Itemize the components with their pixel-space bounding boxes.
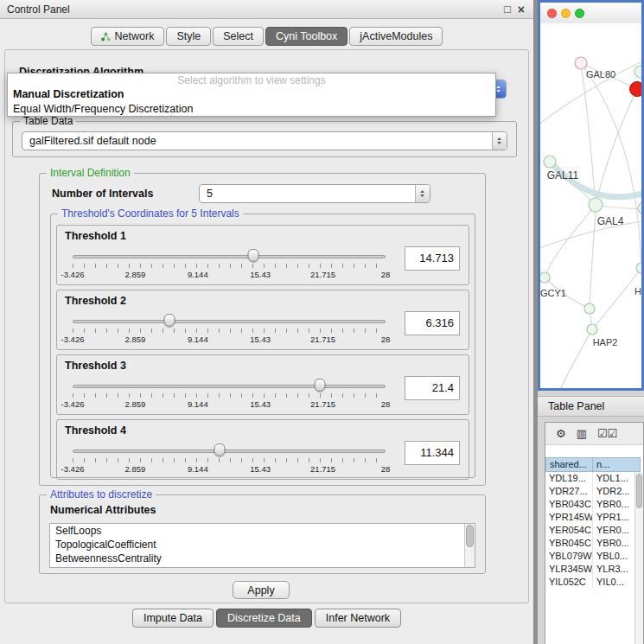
table-row[interactable]: YBR043CYBR0... <box>545 498 643 511</box>
threshold-value-field[interactable]: 6.316 <box>405 311 460 335</box>
combo-stepper-icon[interactable]: ▴▾ <box>415 185 430 202</box>
number-of-intervals-combo[interactable]: 5 ▴▾ <box>199 184 430 203</box>
network-edge[interactable] <box>558 329 592 388</box>
slider-thumb-icon[interactable] <box>314 379 325 392</box>
float-window-icon[interactable]: □ <box>504 3 511 15</box>
gear-icon[interactable]: ⚙ <box>556 428 566 439</box>
threshold-slider[interactable]: -3.4262.8599.14415.4321.71528 <box>73 246 386 283</box>
tab-style[interactable]: Style <box>166 27 211 46</box>
table-cell[interactable]: YDR27... <box>545 485 593 498</box>
table-row[interactable]: YBL079WYBL0... <box>545 550 643 563</box>
tab-cyni-toolbox[interactable]: Cyni Toolbox <box>265 27 348 46</box>
tab-jactivemodules[interactable]: jActiveModules <box>349 27 443 46</box>
network-edge[interactable] <box>590 205 596 309</box>
table-cell[interactable]: YER054C <box>545 524 593 537</box>
network-edge[interactable] <box>550 162 596 205</box>
network-edge[interactable] <box>540 220 641 250</box>
column-header[interactable]: n... <box>593 457 641 472</box>
network-node[interactable] <box>630 82 642 97</box>
combo-stepper-icon[interactable]: ▴▾ <box>492 132 507 150</box>
slider-track[interactable] <box>73 255 386 258</box>
table-scrollbar[interactable] <box>634 472 643 644</box>
network-node[interactable] <box>638 202 641 214</box>
table-cell[interactable]: YBR045C <box>545 537 593 550</box>
slider-thumb-icon[interactable] <box>247 249 258 262</box>
table-cell[interactable]: YBR0... <box>593 498 641 511</box>
numerical-attributes-list[interactable]: SelfLoopsTopologicalCoefficientBetweenne… <box>49 523 475 568</box>
control-panel-titlebar[interactable]: Control Panel □ × <box>0 0 533 19</box>
minimize-traffic-light-icon[interactable] <box>561 9 571 18</box>
threshold-slider[interactable]: -3.4262.8599.14415.4321.71528 <box>73 441 386 477</box>
tick-label: 9.144 <box>188 399 208 409</box>
threshold-slider[interactable]: -3.4262.8599.14415.4321.71528 <box>73 311 386 348</box>
table-cell[interactable]: YBR043C <box>545 498 593 511</box>
table-cell[interactable]: YIL052C <box>545 576 593 589</box>
slider-track[interactable] <box>73 320 386 323</box>
table-cell[interactable]: YBR0... <box>593 537 641 550</box>
network-canvas[interactable]: GAL80GAL11GAL4GCY1HAP2H <box>540 23 641 388</box>
attribute-item[interactable]: SelfLoops <box>50 524 475 538</box>
threshold-value-field[interactable]: 11.344 <box>405 441 460 465</box>
columns-icon[interactable]: ▥ <box>577 428 587 439</box>
table-cell[interactable]: YDL19... <box>545 472 593 485</box>
table-row[interactable]: YBR045CYBR0... <box>545 537 643 550</box>
table-scrollbar-thumb[interactable] <box>636 474 642 508</box>
threshold-value-field[interactable]: 21.4 <box>405 376 460 400</box>
table-row[interactable]: YIL052CYIL0... <box>545 576 643 589</box>
network-node[interactable] <box>587 324 597 335</box>
network-window-titlebar[interactable] <box>540 3 641 23</box>
column-header[interactable]: shared... <box>545 457 593 472</box>
network-node[interactable] <box>584 303 595 314</box>
threshold-slider[interactable]: -3.4262.8599.14415.4321.71528 <box>73 376 386 412</box>
close-icon[interactable]: × <box>518 3 525 16</box>
table-cell[interactable]: YBL079W <box>545 550 593 563</box>
network-node[interactable] <box>589 198 603 212</box>
slider-thumb-icon[interactable] <box>214 443 226 456</box>
list-scrollbar[interactable] <box>464 524 475 567</box>
network-edge[interactable] <box>592 268 641 329</box>
zoom-traffic-light-icon[interactable] <box>575 9 584 18</box>
tab-impute-data[interactable]: Impute Data <box>132 609 214 628</box>
close-traffic-light-icon[interactable] <box>547 9 557 18</box>
list-scrollbar-thumb[interactable] <box>466 525 474 547</box>
algorithm-option-equal-width-frequency[interactable]: Equal Width/Frequency Discretization <box>8 102 495 117</box>
network-node[interactable] <box>636 263 641 273</box>
table-row[interactable]: YPR145WYPR1... <box>545 511 643 524</box>
network-node[interactable] <box>540 272 550 283</box>
table-row[interactable]: YDR27...YDR2... <box>545 485 643 498</box>
network-edge[interactable] <box>581 63 596 205</box>
table-row[interactable]: YER054CYER0... <box>545 524 643 537</box>
table-cell[interactable]: YIL0... <box>593 576 641 589</box>
network-edge[interactable] <box>545 205 596 277</box>
slider-track[interactable] <box>73 450 386 453</box>
table-cell[interactable]: YLR3... <box>593 563 641 576</box>
slider-thumb-icon[interactable] <box>164 314 175 327</box>
tab-network[interactable]: Network <box>91 27 165 46</box>
table-panel-header[interactable]: Table Panel <box>538 396 644 417</box>
algorithm-prompt-item[interactable]: Select algorithm to view settings <box>8 73 495 87</box>
attribute-item[interactable]: BetweennessCentrality <box>50 552 475 565</box>
network-node[interactable] <box>544 156 556 168</box>
slider-track[interactable] <box>73 385 386 388</box>
network-node[interactable] <box>575 57 587 69</box>
table-row[interactable]: YLR345WYLR3... <box>545 563 643 576</box>
tab-infer-network[interactable]: Infer Network <box>315 609 401 628</box>
threshold-value-field[interactable]: 14.713 <box>405 246 460 271</box>
table-cell[interactable]: YDR2... <box>593 485 641 498</box>
table-data-combo[interactable]: galFiltered.sif default node ▴▾ <box>22 131 507 150</box>
attribute-item[interactable]: TopologicalCoefficient <box>50 538 475 552</box>
tab-select[interactable]: Select <box>213 27 264 46</box>
apply-button[interactable]: Apply <box>233 581 290 599</box>
table-cell[interactable]: YLR345W <box>545 563 593 576</box>
table-cell[interactable]: YBL0... <box>593 550 641 563</box>
select-columns-icon[interactable]: ☑☑ <box>597 428 617 439</box>
table-row[interactable]: YDL19...YDL1... <box>545 472 643 485</box>
table-cell[interactable]: YER0... <box>593 524 641 537</box>
table-cell[interactable]: YPR145W <box>545 511 593 524</box>
table-cell[interactable]: YPR1... <box>593 511 641 524</box>
network-edge[interactable] <box>596 89 637 205</box>
network-node[interactable] <box>634 66 641 78</box>
tab-discretize-data[interactable]: Discretize Data <box>216 609 312 628</box>
algorithm-option-manual-discretization[interactable]: Manual Discretization <box>8 87 495 102</box>
table-cell[interactable]: YDL1... <box>593 472 641 485</box>
